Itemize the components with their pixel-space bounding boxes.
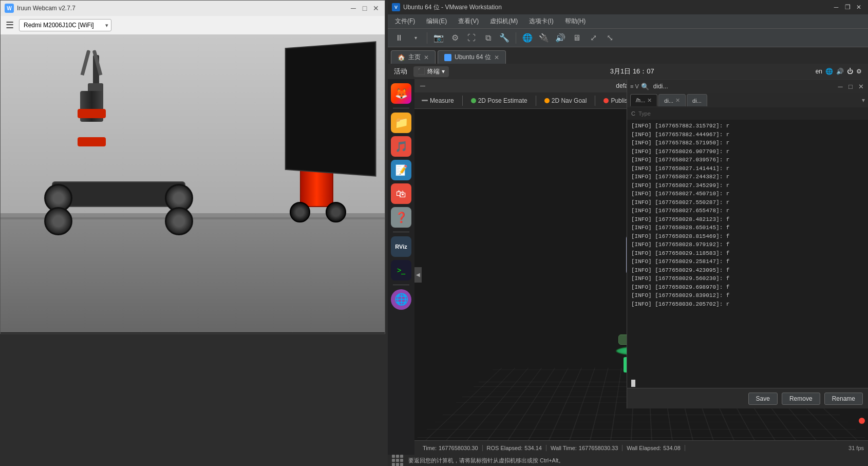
status-wall-time: Wall Time: 1677658030.33 [546,445,622,451]
right-panel-tab-sub2[interactable]: di... [687,94,707,106]
ubuntu-terminal-button[interactable]: ⬛ 终端 ▾ [413,66,449,77]
right-panel-minimize-button[interactable]: ─ [836,82,844,90]
ubuntu-dock: 🦊 📁 🎵 📝 🛍 ❓ RViz >_ 🌐 [388,79,414,455]
status-wall-elapsed: Wall Elapsed: 534.08 [622,445,685,451]
right-panel-tab-sub1-close[interactable]: ✕ [675,97,680,104]
tab-ubuntu-close-icon[interactable]: ✕ [494,54,499,61]
terminal-log-line: [INFO] [1677658030.205702]: r [631,300,864,309]
webcam-image-area [1,34,385,332]
remove-button[interactable]: Remove [782,393,820,405]
webcam-close-button[interactable]: ✕ [371,4,381,13]
rviz-tool-pose[interactable]: 2D Pose Estimate [467,96,532,106]
vmware-restore-button[interactable]: ❐ [842,2,853,12]
time-value: 1677658030.30 [439,445,478,451]
dock-divider2 [393,232,409,232]
tb-unity-button[interactable]: ⧉ [481,31,495,45]
save-button[interactable]: Save [748,393,778,405]
right-panel-close-button[interactable]: ✕ [857,82,865,90]
rviz-tool-navgoal[interactable]: 2D Nav Goal [540,96,591,106]
tb-dropdown-button[interactable]: ▾ [408,31,423,45]
hamburger-menu-button[interactable]: ☰ [6,20,14,31]
rviz-tool-sep1 [462,96,463,106]
tab-sub2-addr: di... [692,98,702,104]
rviz-tool-sep2 [536,96,536,106]
vmware-title: Ubuntu 64 位 - VMware Workstation [403,3,828,12]
right-panel-tab-home[interactable]: /h... ✕ [630,94,657,106]
terminal-log-line: [INFO] [1677658029.560230]: f [631,274,864,283]
dock-terminal-icon[interactable]: >_ [391,260,411,281]
toolbar-separator2 [516,32,516,44]
vmware-minimize-button[interactable]: ─ [831,2,841,12]
terminal-log-line: [INFO] [1677658029.118583]: f [631,249,864,258]
tb-vm-settings-button[interactable]: 🔧 [497,31,512,45]
ubuntu-statusbar: 要返回您的计算机，请将鼠标指针从虚拟机移出或按 Ctrl+Alt。 [388,455,868,466]
right-panel-tab-sub1[interactable]: di... ✕ [658,94,686,106]
tb-network-button[interactable]: 🌐 [520,31,535,45]
tb-usb-button[interactable]: 🔌 [537,31,551,45]
dock-network-icon[interactable]: 🌐 [391,289,411,310]
menu-tabs[interactable]: 选项卡(I) [524,15,558,28]
tb-settings-button[interactable]: ⚙ [448,31,462,45]
right-panel-buttons: Save Remove Rename [627,388,868,408]
network-indicator: 🌐 [825,68,833,75]
power-indicator: ⏻ [847,68,853,75]
tb-shrink-button[interactable]: ⤡ [602,31,617,45]
webcam-maximize-button[interactable]: □ [360,4,369,13]
audio-indicator: 🔊 [836,68,844,75]
webcam-minimize-button[interactable]: ─ [349,4,358,13]
dock-firefox-icon[interactable]: 🦊 [391,83,411,104]
tb-snapshot-button[interactable]: 📷 [431,31,446,45]
terminal-log-line: [INFO] [1677658027.550287]: r [631,198,864,207]
tb-audio-button[interactable]: 🔊 [553,31,568,45]
tb-display-button[interactable]: 🖥 [570,31,584,45]
ubuntu-tab-icon [444,54,451,61]
publish-point-icon [603,98,609,103]
webcam-app-icon: W [5,4,14,13]
tab-home[interactable]: 🏠 主页 ✕ [391,50,436,64]
menu-view[interactable]: 查看(V) [453,15,484,28]
ubuntu-topbar: 活动 ⬛ 终端 ▾ 3月1日 16：07 en 🌐 🔊 ⏻ ⚙ [388,64,868,79]
dock-rhythmbox-icon[interactable]: 🎵 [391,136,411,157]
camera-select[interactable]: Redmi M2006J10C [WiFi] Default Camera [19,19,111,31]
tb-fullscreen-button[interactable]: ⛶ [464,31,479,45]
webcam-titlebar: W Iruun Webcam v2.7.7 ─ □ ✕ [1,1,385,16]
menu-vm[interactable]: 虚拟机(M) [485,15,523,28]
dock-help-icon[interactable]: ❓ [391,207,411,228]
dock-rviz-icon[interactable]: RViz [391,236,411,257]
terminal-icon: ⬛ [418,68,425,75]
ubuntu-activities-button[interactable]: 活动 [394,67,407,76]
rviz-tool-navgoal-label: 2D Nav Goal [552,97,587,104]
monitor-right [285,41,376,177]
dock-writer-icon[interactable]: 📝 [391,160,411,180]
tab-home-label: 主页 [408,53,421,62]
dock-files-icon[interactable]: 📁 [391,113,411,133]
wall-elapsed-label: Wall Elapsed: [627,445,661,451]
status-fps: 31 fps [848,445,864,451]
vmware-close-button[interactable]: ✕ [854,2,864,12]
tab-home-close-icon[interactable]: ✕ [424,54,429,61]
time-label: Time: [423,445,437,451]
tab-dropdown-icon[interactable]: ▾ [862,97,865,104]
terminal-log[interactable]: [INFO] [1677657882.315792]: r[INFO] [167… [627,120,868,379]
menu-help[interactable]: 帮助(H) [560,15,591,28]
rviz-left-expand-arrow[interactable]: ◀ [414,267,422,283]
menu-edit[interactable]: 编辑(E) [421,15,452,28]
rviz-tool-measure[interactable]: Measure [418,96,458,106]
language-indicator: en [816,68,822,75]
tb-pause-button[interactable]: ⏸ [392,31,406,45]
right-panel-restore-button[interactable]: □ [846,82,855,90]
system-menu-icon[interactable]: ⚙ [856,68,862,75]
rviz-minimize-button[interactable]: ─ [419,82,427,90]
terminal-log-line: [INFO] [1677657882.444967]: r [631,131,864,139]
wall-elapsed-value: 534.08 [663,445,681,451]
right-panel-tab-home-close[interactable]: ✕ [647,97,652,104]
menu-file[interactable]: 文件(F) [390,15,420,28]
measure-icon [422,100,428,101]
rename-button[interactable]: Rename [824,393,863,405]
tab-ubuntu[interactable]: Ubuntu 64 位 ✕ [438,50,506,64]
home-icon: 🏠 [398,54,405,61]
terminal-log-line: [INFO] [1677658027.655478]: r [631,207,864,215]
dock-appstore-icon[interactable]: 🛍 [391,183,411,204]
right-panel-search-button[interactable]: 🔍 [641,82,649,90]
tb-expand-button[interactable]: ⤢ [586,31,600,45]
